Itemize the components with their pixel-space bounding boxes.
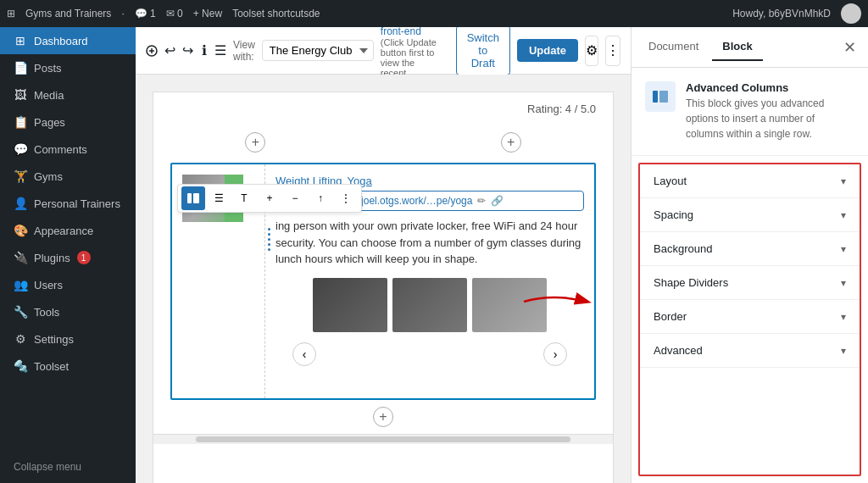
add-block-above-right[interactable]: +: [501, 132, 521, 153]
section-shape-dividers: Shape Dividers ▾: [640, 266, 860, 300]
rating-bar: Rating: 4 / 5.0: [153, 92, 613, 122]
sidebar-item-posts[interactable]: 📄 Posts: [0, 54, 136, 81]
dashboard-icon: ⊞: [14, 34, 27, 47]
howdy-text: Howdy, b6yBVnMhkD: [732, 8, 831, 19]
photo-strip: [275, 278, 584, 332]
add-block-button[interactable]: [146, 37, 158, 64]
section-advanced: Advanced ▾: [640, 334, 860, 368]
sidebar-item-dashboard[interactable]: ⊞ Dashboard: [0, 27, 136, 54]
view-on-front-end-link[interactable]: View on front-end: [381, 27, 442, 37]
block-toolbar: ☰ T + − ↑ ⋮: [177, 184, 362, 213]
tab-block[interactable]: Block: [712, 33, 762, 61]
sidebar-item-label: Gyms: [34, 170, 63, 183]
sidebar-item-comments[interactable]: 💬 Comments: [0, 136, 136, 163]
toolset-shortcuts[interactable]: Toolset shortcutsde: [232, 8, 320, 19]
toolset-icon: 🔩: [14, 359, 27, 373]
unlink-icon[interactable]: 🔗: [491, 195, 504, 207]
trainers-icon: 👤: [14, 197, 27, 210]
align-left-button[interactable]: ☰: [207, 186, 231, 210]
sidebar-item-toolset[interactable]: 🔩 Toolset: [0, 353, 136, 380]
section-advanced-label: Advanced: [654, 344, 703, 357]
settings-sections: Layout ▾ Spacing ▾ Background ▾ Shape Di…: [638, 163, 861, 476]
admin-bar: ⊞ Gyms and Trainers · 💬 1 ✉ 0 + New Tool…: [0, 0, 868, 27]
add-item-button[interactable]: +: [258, 186, 281, 210]
block-info: Advanced Columns This block gives you ad…: [632, 68, 868, 156]
sidebar-item-appearance[interactable]: 🎨 Appearance: [0, 217, 136, 244]
sidebar-item-pages[interactable]: 📋 Pages: [0, 108, 136, 136]
sidebar-item-tools[interactable]: 🔧 Tools: [0, 298, 136, 325]
block-type-button[interactable]: [181, 186, 205, 210]
section-layout-header[interactable]: Layout ▾: [640, 164, 860, 197]
sidebar-item-label: Appearance: [34, 225, 93, 237]
right-panel: Document Block ✕ Advanced Columns This b…: [631, 27, 868, 483]
gym-description: ing person with your own private locker,…: [275, 218, 584, 268]
section-spacing-label: Spacing: [654, 208, 693, 221]
section-border-label: Border: [654, 310, 687, 323]
svg-rect-1: [187, 193, 192, 203]
view-select[interactable]: The Energy Club: [262, 40, 374, 61]
more-options-button[interactable]: ⋮: [334, 186, 358, 210]
sidebar-item-label: Toolset: [34, 360, 69, 373]
horizontal-scrollbar[interactable]: [153, 434, 613, 444]
section-shape-dividers-header[interactable]: Shape Dividers ▾: [640, 266, 860, 299]
info-button[interactable]: ℹ: [200, 37, 208, 64]
scrollbar-thumb: [196, 436, 570, 442]
section-spacing-header[interactable]: Spacing ▾: [640, 198, 860, 231]
comment-count[interactable]: 💬 1: [135, 8, 156, 19]
msg-count[interactable]: ✉ 0: [166, 8, 183, 19]
sidebar-item-label: Pages: [34, 116, 65, 129]
panel-close-button[interactable]: ✕: [837, 36, 861, 59]
section-shape-dividers-label: Shape Dividers: [654, 276, 728, 289]
redo-button[interactable]: ↪: [182, 37, 193, 64]
column-resize-handle[interactable]: [268, 228, 270, 251]
wp-logo-icon: ⊞: [7, 8, 15, 19]
photo-thumb-1: [313, 278, 387, 332]
sidebar-item-label: Users: [34, 279, 63, 291]
settings-panel-button[interactable]: ⚙: [585, 36, 598, 66]
photo-thumb-3: [472, 278, 547, 332]
photo-thumb-2: [392, 278, 467, 332]
add-block-below[interactable]: +: [373, 407, 393, 427]
edit-link-icon[interactable]: ✏: [477, 195, 486, 207]
block-list-button[interactable]: ⋮: [605, 36, 620, 66]
block-desc: This block gives you advanced options to…: [686, 96, 854, 142]
section-border-header[interactable]: Border ▾: [640, 300, 860, 333]
next-arrow[interactable]: ›: [543, 342, 567, 366]
plugins-badge-count: 1: [77, 251, 91, 264]
editor-area: ↩ ↪ ℹ ☰ View with: The Energy Club View …: [136, 27, 631, 483]
sidebar-item-gyms[interactable]: 🏋 Gyms: [0, 163, 136, 190]
new-button[interactable]: + New: [193, 8, 222, 19]
carousel-arrows: ‹ ›: [275, 336, 584, 373]
prev-arrow[interactable]: ‹: [292, 342, 316, 366]
section-advanced-header[interactable]: Advanced ▾: [640, 334, 860, 367]
sidebar-item-label: Dashboard: [34, 35, 88, 47]
plugins-icon: 🔌: [14, 251, 27, 264]
undo-button[interactable]: ↩: [164, 37, 175, 64]
block-info-text: Advanced Columns This block gives you ad…: [686, 81, 854, 142]
sidebar-item-personal-trainers[interactable]: 👤 Personal Trainers: [0, 190, 136, 217]
gyms-icon: 🏋: [14, 169, 27, 183]
remove-item-button[interactable]: −: [283, 186, 307, 210]
sidebar-item-users[interactable]: 👥 Users: [0, 271, 136, 298]
sidebar-item-media[interactable]: 🖼 Media: [0, 81, 136, 108]
collapse-menu-button[interactable]: Collapse menu: [0, 451, 136, 483]
move-up-button[interactable]: ↑: [309, 186, 332, 210]
sidebar-item-plugins[interactable]: 🔌 Plugins 1: [0, 244, 136, 271]
align-text-button[interactable]: T: [232, 186, 256, 210]
section-layout-label: Layout: [654, 175, 687, 187]
update-button[interactable]: Update: [517, 39, 578, 62]
menu-button[interactable]: ☰: [214, 37, 226, 64]
sidebar-item-label: Settings: [34, 333, 74, 346]
switch-to-draft-button[interactable]: Switch to Draft: [456, 27, 510, 75]
section-background-header[interactable]: Background ▾: [640, 232, 860, 265]
section-background: Background ▾: [640, 232, 860, 266]
panel-header: Document Block ✕: [632, 27, 868, 68]
settings-icon: ⚙: [14, 332, 27, 346]
site-name[interactable]: Gyms and Trainers: [25, 8, 111, 19]
chevron-down-icon: ▾: [841, 243, 846, 255]
view-with-label: View with:: [233, 39, 255, 63]
tab-document[interactable]: Document: [638, 33, 709, 61]
sidebar-item-settings[interactable]: ⚙ Settings: [0, 325, 136, 353]
posts-icon: 📄: [14, 61, 27, 75]
add-block-above-left[interactable]: +: [245, 132, 265, 153]
